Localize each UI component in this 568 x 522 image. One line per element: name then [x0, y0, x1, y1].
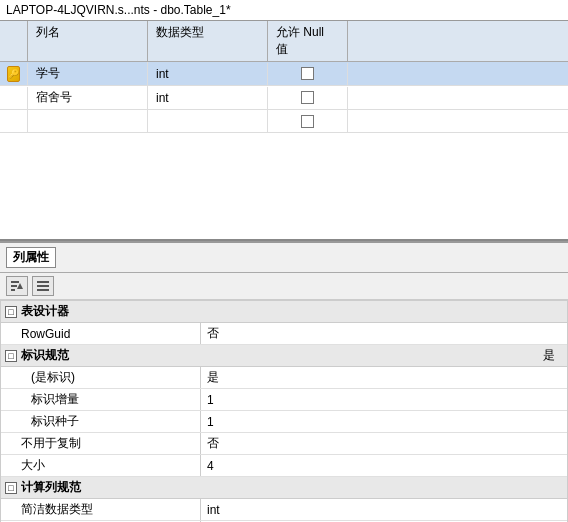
prop-row-identity-increment[interactable]: 标识增量 1: [1, 389, 567, 411]
null-checkbox[interactable]: [301, 67, 314, 80]
row-name-cell[interactable]: 学号: [28, 62, 148, 85]
grid-icon: [36, 279, 50, 293]
section-header-computed[interactable]: □ 计算列规范: [1, 477, 567, 499]
row-type-cell[interactable]: int: [148, 87, 268, 109]
section-collapse-icon[interactable]: □: [5, 350, 17, 362]
prop-label: (是标识): [1, 367, 201, 388]
table-row[interactable]: 🔑 学号 int: [0, 62, 568, 86]
prop-value: int: [201, 499, 567, 520]
section-collapse-icon[interactable]: □: [5, 482, 17, 494]
properties-toolbar: [0, 273, 568, 300]
row-name-cell[interactable]: 宿舍号: [28, 86, 148, 109]
row-type-cell[interactable]: int: [148, 63, 268, 85]
title-bar: LAPTOP-4LJQVIRN.s...nts - dbo.Table_1*: [0, 0, 568, 21]
title-text: LAPTOP-4LJQVIRN.s...nts - dbo.Table_1*: [6, 3, 231, 17]
section-collapse-icon[interactable]: □: [5, 306, 17, 318]
prop-value: 否: [201, 323, 567, 344]
lower-header-text: 列属性: [6, 247, 56, 268]
prop-label: 标识种子: [1, 411, 201, 432]
prop-row-identity-seed[interactable]: 标识种子 1: [1, 411, 567, 433]
lower-panel: 列属性 □ 表: [0, 241, 568, 522]
null-checkbox[interactable]: [301, 115, 314, 128]
table-header: 列名 数据类型 允许 Null 值: [0, 21, 568, 62]
prop-label: 不用于复制: [1, 433, 201, 454]
svg-rect-4: [37, 281, 49, 283]
prop-row-rowguid[interactable]: RowGuid 否: [1, 323, 567, 345]
section-label: 表设计器: [21, 303, 69, 320]
sort-asc-button[interactable]: [6, 276, 28, 296]
section-header-table-designer[interactable]: □ 表设计器: [1, 301, 567, 323]
null-checkbox[interactable]: [301, 91, 314, 104]
lower-panel-header: 列属性: [0, 241, 568, 273]
row-null-cell[interactable]: [268, 63, 348, 85]
prop-row-is-identity[interactable]: (是标识) 是: [1, 367, 567, 389]
svg-rect-2: [11, 289, 15, 291]
section-label: 标识规范: [21, 347, 69, 364]
row-icon-cell: 🔑: [0, 63, 28, 85]
prop-value: 4: [201, 455, 567, 476]
prop-row-size[interactable]: 大小 4: [1, 455, 567, 477]
row-null-cell[interactable]: [268, 110, 348, 132]
prop-value: 1: [201, 411, 567, 432]
upper-panel: 列名 数据类型 允许 Null 值 🔑 学号 int 宿舍号 int: [0, 21, 568, 241]
header-name-col: 列名: [28, 21, 148, 61]
properties-grid-button[interactable]: [32, 276, 54, 296]
section-label: 计算列规范: [21, 479, 81, 496]
sort-icon: [10, 279, 24, 293]
prop-row-not-replicate[interactable]: 不用于复制 否: [1, 433, 567, 455]
section-header-identity[interactable]: □ 标识规范 是: [1, 345, 567, 367]
prop-label: RowGuid: [1, 323, 201, 344]
prop-value: 1: [201, 389, 567, 410]
svg-rect-1: [11, 285, 17, 287]
table-row[interactable]: 宿舍号 int: [0, 86, 568, 110]
header-null-col: 允许 Null 值: [268, 21, 348, 61]
svg-rect-5: [37, 285, 49, 287]
prop-value: 否: [201, 433, 567, 454]
row-icon-cell: [0, 110, 28, 132]
table-body: 🔑 学号 int 宿舍号 int: [0, 62, 568, 133]
lower-panel-container: 列属性 □ 表: [0, 241, 568, 522]
prop-label: 大小: [1, 455, 201, 476]
prop-row-data-type[interactable]: 简洁数据类型 int: [1, 499, 567, 521]
svg-rect-0: [11, 281, 19, 283]
prop-label: 标识增量: [1, 389, 201, 410]
key-icon: 🔑: [7, 66, 20, 82]
svg-marker-3: [17, 283, 23, 289]
prop-label: 简洁数据类型: [1, 499, 201, 520]
row-name-cell[interactable]: [28, 110, 148, 132]
row-null-cell[interactable]: [268, 87, 348, 109]
properties-grid: □ 表设计器 RowGuid 否 □ 标识规范 是 (是标识) 是 标识增量 1: [0, 300, 568, 522]
row-type-cell[interactable]: [148, 110, 268, 132]
header-type-col: 数据类型: [148, 21, 268, 61]
section-value: 是: [543, 347, 555, 364]
prop-value: 是: [201, 367, 567, 388]
table-row[interactable]: [0, 110, 568, 133]
row-icon-cell: [0, 87, 28, 109]
header-icon-col: [0, 21, 28, 61]
svg-rect-6: [37, 289, 49, 291]
